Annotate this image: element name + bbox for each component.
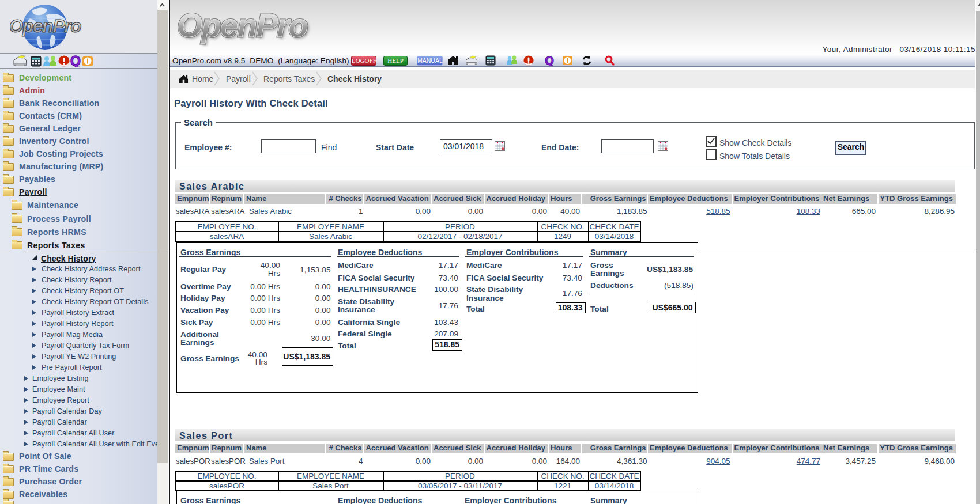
svg-text:OpenPro: OpenPro [10, 16, 81, 36]
svg-text:Q: Q [545, 55, 554, 66]
svg-text:OpenPro: OpenPro [177, 7, 307, 44]
svg-text:Q: Q [70, 55, 81, 67]
